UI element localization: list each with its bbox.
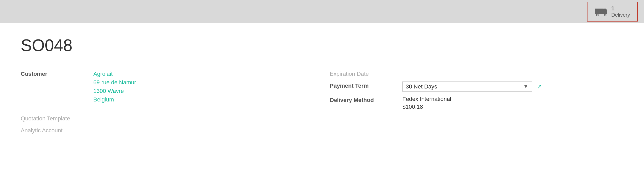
right-section: Expiration Date Payment Term 30 Net Days…	[330, 67, 623, 136]
payment-term-field-row: Payment Term 30 Net Days Immediate Payme…	[330, 79, 623, 94]
svg-rect-0	[595, 9, 604, 14]
delivery-method-value: Fedex International $100.18	[402, 96, 451, 110]
delivery-method-field-row: Delivery Method Fedex International $100…	[330, 94, 623, 112]
order-title: SO048	[21, 36, 623, 55]
analytic-account-label: Analytic Account	[21, 126, 93, 134]
expiration-date-label: Expiration Date	[330, 70, 402, 77]
quotation-template-label: Quotation Template	[21, 114, 93, 122]
delivery-button[interactable]: 1 Delivery	[587, 2, 638, 21]
payment-term-select-wrapper[interactable]: 30 Net Days Immediate Payment 15 days 21…	[402, 81, 532, 92]
customer-address2: 1300 Wavre	[93, 87, 136, 95]
svg-rect-1	[604, 10, 607, 14]
payment-term-row: 30 Net Days Immediate Payment 15 days 21…	[402, 81, 542, 92]
analytic-account-field-row: Analytic Account	[21, 124, 314, 136]
truck-icon	[595, 6, 608, 17]
delivery-method-name: Fedex International	[402, 96, 451, 102]
main-content: SO048 Customer Agrolait 69 rue de Namur …	[0, 23, 644, 148]
payment-term-external-link-icon[interactable]: ↗	[537, 83, 542, 90]
svg-point-6	[604, 15, 606, 16]
delivery-method-price: $100.18	[402, 104, 451, 110]
customer-label: Customer	[21, 70, 93, 77]
payment-term-select[interactable]: 30 Net Days Immediate Payment 15 days 21…	[402, 81, 532, 92]
quotation-template-field-row: Quotation Template	[21, 112, 314, 124]
customer-value: Agrolait 69 rue de Namur 1300 Wavre Belg…	[93, 70, 136, 104]
top-bar: 1 Delivery	[0, 0, 644, 23]
payment-term-label: Payment Term	[330, 81, 402, 89]
expiration-date-row: Expiration Date	[330, 67, 623, 79]
customer-country: Belgium	[93, 95, 136, 104]
customer-address1: 69 rue de Namur	[93, 78, 136, 87]
delivery-count: 1	[611, 5, 614, 12]
form-grid: Customer Agrolait 69 rue de Namur 1300 W…	[21, 67, 623, 136]
svg-marker-2	[604, 9, 607, 10]
customer-name[interactable]: Agrolait	[93, 70, 136, 78]
delivery-method-label: Delivery Method	[330, 96, 402, 104]
left-section: Customer Agrolait 69 rue de Namur 1300 W…	[21, 67, 314, 136]
svg-point-5	[597, 15, 598, 16]
customer-field-row: Customer Agrolait 69 rue de Namur 1300 W…	[21, 67, 314, 106]
delivery-label: Delivery	[611, 12, 630, 18]
delivery-button-text: 1 Delivery	[611, 5, 630, 18]
